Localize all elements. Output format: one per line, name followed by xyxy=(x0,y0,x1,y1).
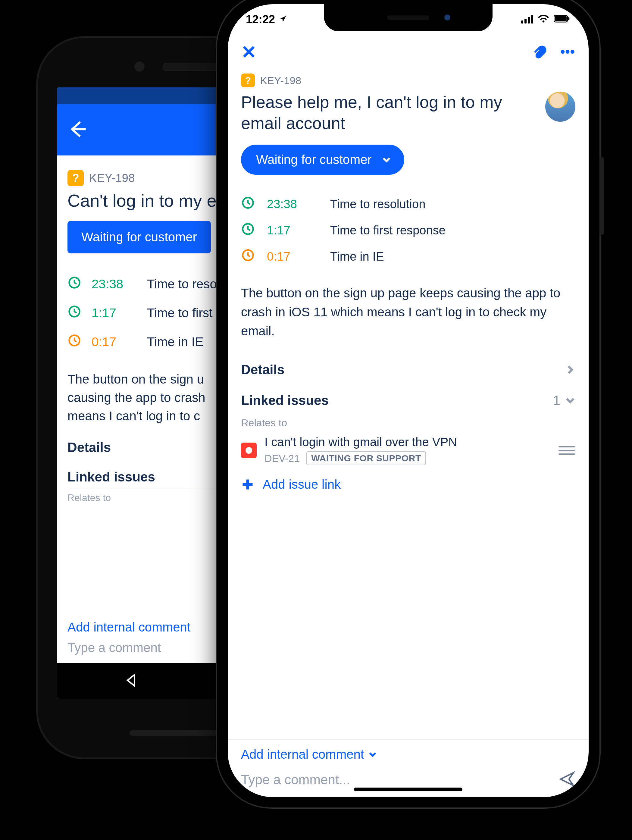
title-row: Please help me, I can't log in to my ema… xyxy=(241,92,575,134)
battery-icon xyxy=(554,13,571,26)
home-indicator-icon xyxy=(354,788,462,791)
location-icon xyxy=(279,13,287,26)
attachment-button[interactable] xyxy=(531,43,548,62)
sla-time: 23:38 xyxy=(91,277,137,291)
more-button[interactable] xyxy=(559,43,576,62)
bug-icon xyxy=(241,443,257,458)
close-button[interactable] xyxy=(240,43,257,62)
status-right xyxy=(521,13,571,26)
linked-issue-key: DEV-21 xyxy=(265,453,300,464)
issue-description: The button on the sign up page keeps cau… xyxy=(241,284,575,341)
svg-point-10 xyxy=(571,50,574,54)
sla-label: Time in IE xyxy=(330,250,384,263)
android-nav-back-icon[interactable] xyxy=(123,672,139,690)
sla-time: 23:38 xyxy=(267,197,318,211)
linked-issue-title: I can't login with gmail over the VPN xyxy=(265,435,551,449)
wifi-icon xyxy=(537,13,550,26)
notch-speaker-icon xyxy=(387,15,429,20)
add-issue-link-label: Add issue link xyxy=(263,477,341,492)
android-camera-icon xyxy=(132,60,147,74)
clock-icon xyxy=(241,196,255,212)
iphone-side-button-icon xyxy=(599,157,604,235)
reporter-avatar[interactable] xyxy=(545,92,575,122)
issue-type-icon: ? xyxy=(241,74,255,87)
sla-row: 1:17 Time to first response xyxy=(241,217,575,243)
drag-handle-icon[interactable] xyxy=(558,446,575,455)
status-left: 12:22 xyxy=(246,13,287,26)
chevron-right-icon xyxy=(565,365,575,375)
svg-point-9 xyxy=(566,50,569,54)
svg-point-4 xyxy=(542,20,545,22)
status-dropdown[interactable]: Waiting for customer xyxy=(68,221,211,253)
issue-key-row: ? KEY-198 xyxy=(241,74,575,87)
chevron-down-icon xyxy=(382,155,391,164)
svg-rect-6 xyxy=(555,16,567,21)
sla-label: Time to first re xyxy=(147,306,227,320)
stage: ? KEY-198 Can't log in to my em Waiting … xyxy=(0,0,632,840)
sla-time: 0:17 xyxy=(91,335,137,349)
plus-icon xyxy=(241,478,254,491)
sla-row: 23:38 Time to resolution xyxy=(241,191,575,217)
add-internal-comment-button[interactable]: Add internal comment xyxy=(241,747,575,762)
linked-issue-status: WAITING FOR SUPPORT xyxy=(306,452,426,465)
back-button[interactable] xyxy=(68,120,87,140)
add-issue-link-button[interactable]: Add issue link xyxy=(241,468,575,505)
linked-issues-count: 1 xyxy=(553,393,560,408)
ios-body: ? KEY-198 Please help me, I can't log in… xyxy=(228,71,589,739)
sla-label: Time to first response xyxy=(330,224,446,237)
issue-title: Please help me, I can't log in to my ema… xyxy=(241,92,536,134)
details-section-heading: Details xyxy=(241,362,284,377)
chevron-down-icon xyxy=(565,395,575,406)
sla-list: 23:38 Time to resolution 1:17 Time to fi… xyxy=(241,191,575,270)
chevron-down-icon xyxy=(369,750,377,759)
status-time: 12:22 xyxy=(246,13,275,26)
issue-key: KEY-198 xyxy=(260,75,301,87)
linked-issues-section-heading: Linked issues xyxy=(241,393,329,408)
sla-label: Time to resolu xyxy=(147,277,227,291)
add-internal-comment-label: Add internal comment xyxy=(241,747,364,762)
issue-key: KEY-198 xyxy=(89,172,135,185)
clock-icon xyxy=(241,222,255,238)
clock-icon xyxy=(68,305,81,322)
sla-time: 1:17 xyxy=(267,224,318,237)
status-dropdown[interactable]: Waiting for customer xyxy=(241,145,404,175)
details-panel-row[interactable]: Details xyxy=(241,354,575,385)
sla-row: 0:17 Time in IE xyxy=(241,243,575,270)
relates-to-label: Relates to xyxy=(241,417,575,429)
iphone-frame: 12:22 xyxy=(217,0,599,807)
svg-rect-7 xyxy=(568,17,570,20)
app-content: ? KEY-198 Please help me, I can't log in… xyxy=(228,34,589,797)
comment-input[interactable]: Type a comment... xyxy=(241,772,350,787)
sla-time: 0:17 xyxy=(267,250,318,263)
issue-type-icon: ? xyxy=(68,170,84,186)
status-label: Waiting for customer xyxy=(81,230,197,244)
iphone-screen: 12:22 xyxy=(228,4,589,797)
linked-issue-row[interactable]: I can't login with gmail over the VPN DE… xyxy=(241,429,575,468)
status-label: Waiting for customer xyxy=(256,152,372,167)
ios-toolbar xyxy=(228,34,589,71)
sla-label: Time to resolution xyxy=(330,197,426,211)
sla-time: 1:17 xyxy=(91,306,137,320)
notch-camera-icon xyxy=(444,14,450,21)
sla-label: Time in IE xyxy=(147,335,203,349)
iphone-notch xyxy=(324,4,493,32)
clock-icon xyxy=(68,276,81,292)
clock-icon xyxy=(68,333,81,351)
linked-issues-panel-row[interactable]: Linked issues 1 xyxy=(241,385,575,416)
send-button[interactable] xyxy=(558,771,575,789)
svg-point-8 xyxy=(561,50,564,54)
clock-icon xyxy=(241,248,255,265)
cellular-icon xyxy=(521,15,533,24)
linked-issue-main: I can't login with gmail over the VPN DE… xyxy=(265,435,551,465)
